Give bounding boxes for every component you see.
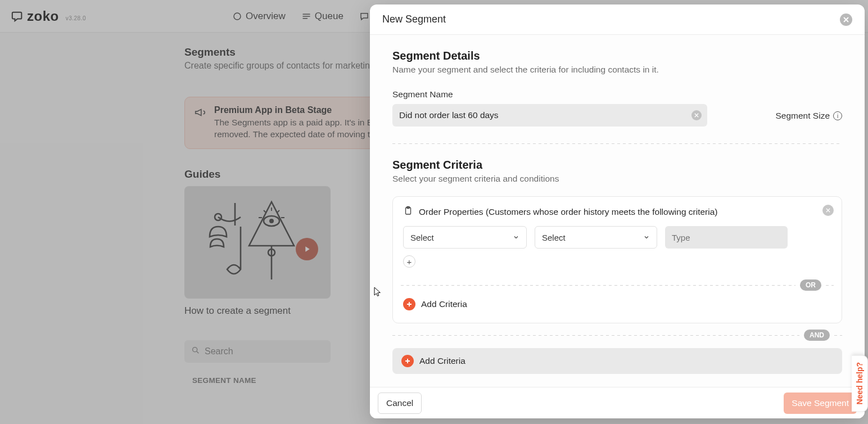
criteria-value-input[interactable] xyxy=(665,226,788,249)
segment-size-label: Segment Size xyxy=(776,111,830,121)
add-criteria-label: Add Criteria xyxy=(419,356,465,366)
new-segment-modal: New Segment Segment Details Name your se… xyxy=(370,4,865,418)
clear-name-button[interactable] xyxy=(691,110,702,120)
or-pill: OR xyxy=(800,279,821,291)
need-help-tab[interactable]: Need help? xyxy=(852,355,868,412)
criteria-operator-value: Select xyxy=(542,233,566,242)
segment-name-input[interactable] xyxy=(392,104,707,127)
criteria-card: Order Properties (Customers whose order … xyxy=(392,196,842,323)
criteria-operator-select[interactable]: Select xyxy=(535,226,657,249)
details-sub: Name your segment and select the criteri… xyxy=(392,65,842,75)
criteria-card-remove[interactable] xyxy=(822,205,834,216)
clipboard-icon xyxy=(403,206,413,218)
criteria-heading: Segment Criteria xyxy=(392,159,842,172)
modal-header: New Segment xyxy=(370,4,865,35)
and-pill: AND xyxy=(804,330,830,341)
info-icon[interactable]: i xyxy=(833,111,842,120)
criteria-card-title: Order Properties (Customers whose order … xyxy=(419,207,718,217)
add-and-criteria-button[interactable]: Add Criteria xyxy=(392,348,842,374)
divider xyxy=(392,143,842,144)
add-condition-button[interactable]: + xyxy=(403,255,415,268)
need-help-label: Need help? xyxy=(855,362,864,404)
cancel-button[interactable]: Cancel xyxy=(378,393,422,414)
criteria-field-value: Select xyxy=(410,233,434,242)
chevron-down-icon xyxy=(513,233,519,242)
add-criteria-label: Add Criteria xyxy=(421,299,467,309)
close-icon xyxy=(843,17,849,22)
divider xyxy=(401,285,795,286)
divider xyxy=(392,335,799,336)
divider xyxy=(826,285,834,286)
divider xyxy=(834,335,842,336)
save-segment-button[interactable]: Save Segment xyxy=(784,393,857,414)
modal-footer: Cancel Save Segment xyxy=(370,387,865,418)
close-icon xyxy=(694,113,699,118)
modal-close-button[interactable] xyxy=(840,13,852,26)
segment-name-label: Segment Name xyxy=(392,89,707,100)
details-heading: Segment Details xyxy=(392,49,842,62)
close-icon xyxy=(826,208,830,213)
add-or-criteria-button[interactable]: Add Criteria xyxy=(403,298,831,310)
plus-icon xyxy=(403,298,415,310)
criteria-field-select[interactable]: Select xyxy=(403,226,527,249)
modal-title: New Segment xyxy=(382,13,446,25)
chevron-down-icon xyxy=(643,233,650,242)
criteria-sub: Select your segment criteria and conditi… xyxy=(392,174,842,184)
plus-icon xyxy=(401,355,414,367)
modal-body: Segment Details Name your segment and se… xyxy=(370,35,865,387)
cancel-label: Cancel xyxy=(386,398,413,408)
save-label: Save Segment xyxy=(792,398,849,408)
